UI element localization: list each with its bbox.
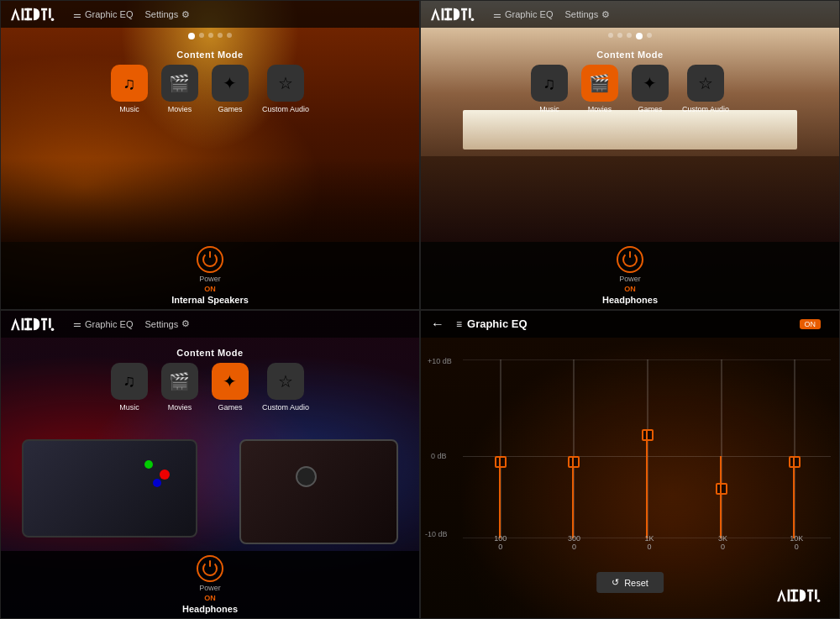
svg-rect-19 (22, 317, 24, 329)
svg-rect-15 (463, 11, 465, 21)
nav-dot-1[interactable] (188, 33, 195, 39)
power-label-games: Power (199, 584, 221, 592)
eq-handle-300[interactable] (568, 456, 580, 468)
svg-rect-1 (22, 8, 24, 20)
nav-dot-m1[interactable] (608, 33, 613, 38)
btn-red (160, 469, 170, 480)
mode-btn-movies-3[interactable]: 🎬 Movies (161, 363, 198, 412)
device-label-games: Headphones (182, 604, 238, 614)
svg-rect-8 (49, 8, 51, 18)
power-status-music: ON (204, 285, 216, 293)
mode-btn-custom-3[interactable]: ☆ Custom Audio (262, 363, 309, 412)
panel-games-header: ⚌ Graphic EQ Settings ⚙ (1, 311, 419, 338)
eq-freq-label-1k: 1K (640, 534, 659, 543)
nav-dot-3[interactable] (208, 33, 213, 38)
power-status-games: ON (204, 594, 216, 602)
eq-handle-100[interactable] (495, 456, 507, 468)
nav-dot-2[interactable] (199, 33, 204, 38)
reset-label: Reset (624, 578, 648, 588)
content-mode-games: Content Mode ♫ Music 🎬 Movies ✦ Games ☆ … (1, 341, 419, 417)
content-mode-music: Content Mode ♫ Music 🎬 Movies ✦ Games ☆ … (1, 43, 419, 118)
back-button-eq[interactable]: ← (431, 317, 444, 332)
eq-freq-val-1k: 0 (640, 543, 659, 551)
eq-freq-3k: 3K 0 (714, 534, 732, 551)
concert-visual (1, 158, 419, 242)
controller-right (239, 439, 398, 544)
svg-rect-17 (469, 8, 471, 18)
content-mode-label-games: Content Mode (176, 348, 243, 358)
mode-label-games-1: Games (218, 105, 242, 113)
power-status-movies: ON (624, 285, 636, 293)
power-button-games[interactable] (197, 555, 223, 582)
mode-btn-music-active[interactable]: ♫ Music (111, 65, 148, 113)
eq-freq-val-100: 0 (491, 543, 510, 551)
svg-rect-4 (24, 18, 32, 21)
graphic-eq-nav-games[interactable]: ⚌ Graphic EQ (73, 318, 133, 329)
eq-on-toggle[interactable]: ON (800, 319, 822, 329)
reset-button[interactable]: ↺ Reset (596, 572, 664, 593)
mode-btn-games-2[interactable]: ✦ Games (632, 65, 669, 113)
eq-freq-100: 100 0 (491, 534, 510, 551)
bottom-bar-games: Power ON Headphones (1, 551, 419, 618)
mode-label-custom-1: Custom Audio (262, 105, 309, 113)
graphic-eq-nav-music[interactable]: ⚌ Graphic EQ (73, 9, 133, 20)
mode-label-movies-3: Movies (168, 403, 192, 412)
panel-eq: ← ≡ Graphic EQ ON +10 dB 0 dB -10 dB 100… (420, 310, 840, 620)
svg-rect-28 (788, 590, 790, 601)
eq-fill-1 (499, 456, 501, 538)
dts-logo-movies (431, 7, 476, 22)
settings-nav-movies[interactable]: Settings ⚙ (564, 9, 610, 20)
svg-rect-32 (807, 590, 813, 592)
nav-dot-m4[interactable] (636, 33, 643, 39)
settings-nav-games[interactable]: Settings ⚙ (144, 318, 190, 329)
mode-icon-movies-3: 🎬 (161, 363, 198, 400)
eq-handle-10k[interactable] (789, 456, 801, 468)
dts-logo-icon-games (11, 317, 56, 332)
panel-music: ⚌ Graphic EQ Settings ⚙ Content Mode ♫ M… (0, 0, 420, 310)
svg-rect-35 (815, 590, 817, 600)
mode-btn-movies-1[interactable]: 🎬 Movies (161, 65, 198, 113)
mode-buttons-games: ♫ Music 🎬 Movies ✦ Games ☆ Custom Audio (111, 363, 309, 412)
settings-nav-music[interactable]: Settings ⚙ (144, 9, 190, 20)
controller-left (22, 439, 197, 538)
svg-rect-26 (49, 317, 51, 328)
eq-handle-1k[interactable] (642, 429, 654, 441)
mode-label-games-2: Games (638, 105, 662, 113)
dts-logo-icon-eq (777, 588, 822, 603)
nav-dot-m3[interactable] (627, 33, 632, 38)
nav-dot-m2[interactable] (617, 33, 622, 38)
bottom-bar-music: Power ON Internal Speakers (1, 242, 419, 309)
mode-buttons-music: ♫ Music 🎬 Movies ✦ Games ☆ Custom Audio (111, 65, 309, 113)
mode-btn-movies-active[interactable]: 🎬 Movies (581, 65, 618, 113)
eq-freq-label-300: 300 (564, 534, 583, 543)
svg-marker-18 (11, 317, 20, 329)
eq-label-plus10: +10 dB (428, 357, 452, 365)
mode-btn-custom-2[interactable]: ☆ Custom Audio (682, 65, 729, 113)
panel-movies-header: ⚌ Graphic EQ Settings ⚙ (421, 1, 839, 28)
mode-label-movies-1: Movies (168, 105, 192, 113)
theater-visual (421, 110, 839, 242)
eq-handle-3k[interactable] (716, 483, 727, 495)
eq-chart-area: +10 dB 0 dB -10 dB 100 0 300 0 1K 0 (421, 344, 839, 569)
graphic-eq-nav-movies[interactable]: ⚌ Graphic EQ (493, 9, 553, 20)
eq-header: ← ≡ Graphic EQ ON (421, 311, 839, 338)
mode-btn-music-3[interactable]: ♫ Music (111, 363, 148, 412)
content-mode-label-music: Content Mode (176, 50, 243, 60)
eq-fill-3 (646, 429, 648, 538)
panel-movies: ⚌ Graphic EQ Settings ⚙ Content Mode ♫ M… (420, 0, 840, 310)
mode-icon-games-active: ✦ (212, 363, 249, 400)
svg-marker-27 (777, 590, 786, 601)
power-button-music[interactable] (197, 246, 223, 273)
nav-dot-5[interactable] (227, 33, 232, 38)
mode-btn-games-active[interactable]: ✦ Games (212, 363, 249, 412)
mode-btn-games-1[interactable]: ✦ Games (212, 65, 249, 113)
svg-point-16 (471, 18, 475, 22)
panel-games: ⚌ Graphic EQ Settings ⚙ Content Mode ♫ M… (0, 310, 420, 620)
nav-dot-m5[interactable] (647, 33, 652, 38)
btn-green (144, 460, 153, 469)
dts-logo-eq (777, 588, 822, 606)
mode-btn-custom-1[interactable]: ☆ Custom Audio (262, 65, 309, 113)
power-button-movies[interactable] (617, 246, 643, 273)
mode-btn-music-2[interactable]: ♫ Music (531, 65, 568, 113)
nav-dot-4[interactable] (218, 33, 223, 38)
